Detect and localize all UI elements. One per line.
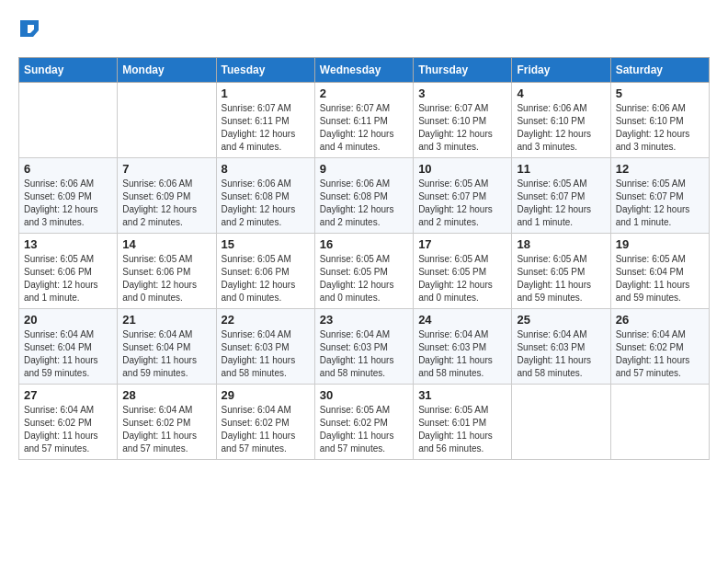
- day-info: Sunrise: 6:04 AM Sunset: 6:03 PM Dayligh…: [222, 328, 310, 380]
- day-info: Sunrise: 6:05 AM Sunset: 6:06 PM Dayligh…: [24, 253, 112, 304]
- calendar-cell: 12Sunrise: 6:05 AM Sunset: 6:07 PM Dayli…: [610, 158, 709, 234]
- day-info: Sunrise: 6:04 AM Sunset: 6:03 PM Dayligh…: [517, 328, 605, 380]
- day-number: 16: [320, 237, 408, 251]
- calendar-cell: 31Sunrise: 6:05 AM Sunset: 6:01 PM Dayli…: [414, 385, 512, 460]
- day-info: Sunrise: 6:06 AM Sunset: 6:08 PM Dayligh…: [320, 178, 408, 229]
- day-number: 11: [517, 162, 605, 176]
- calendar-weekday-header: Sunday: [19, 58, 118, 83]
- day-number: 2: [320, 86, 408, 100]
- calendar-cell: 6Sunrise: 6:06 AM Sunset: 6:09 PM Daylig…: [19, 158, 118, 234]
- calendar-weekday-header: Saturday: [610, 58, 709, 83]
- day-info: Sunrise: 6:04 AM Sunset: 6:02 PM Dayligh…: [616, 328, 704, 380]
- day-info: Sunrise: 6:06 AM Sunset: 6:09 PM Dayligh…: [122, 178, 210, 229]
- calendar-cell: 20Sunrise: 6:04 AM Sunset: 6:04 PM Dayli…: [19, 309, 118, 385]
- day-info: Sunrise: 6:06 AM Sunset: 6:09 PM Dayligh…: [24, 178, 112, 229]
- calendar-cell: [118, 83, 216, 158]
- calendar-weekday-header: Wednesday: [314, 58, 413, 83]
- calendar-cell: 21Sunrise: 6:04 AM Sunset: 6:04 PM Dayli…: [118, 309, 216, 385]
- calendar-week-row: 20Sunrise: 6:04 AM Sunset: 6:04 PM Dayli…: [19, 309, 710, 385]
- day-number: 31: [418, 388, 506, 402]
- day-number: 10: [418, 162, 506, 176]
- calendar-cell: 18Sunrise: 6:05 AM Sunset: 6:05 PM Dayli…: [512, 234, 610, 309]
- day-info: Sunrise: 6:04 AM Sunset: 6:02 PM Dayligh…: [24, 404, 112, 455]
- day-info: Sunrise: 6:05 AM Sunset: 6:07 PM Dayligh…: [517, 178, 605, 229]
- calendar-cell: 3Sunrise: 6:07 AM Sunset: 6:10 PM Daylig…: [414, 83, 512, 158]
- day-info: Sunrise: 6:07 AM Sunset: 6:11 PM Dayligh…: [222, 102, 310, 154]
- calendar-table: SundayMondayTuesdayWednesdayThursdayFrid…: [18, 57, 710, 460]
- day-info: Sunrise: 6:05 AM Sunset: 6:07 PM Dayligh…: [418, 178, 506, 229]
- logo: [18, 18, 39, 42]
- day-number: 25: [517, 313, 605, 327]
- day-info: Sunrise: 6:05 AM Sunset: 6:07 PM Dayligh…: [616, 178, 704, 229]
- day-number: 5: [616, 86, 704, 100]
- calendar-cell: 13Sunrise: 6:05 AM Sunset: 6:06 PM Dayli…: [19, 234, 118, 309]
- day-number: 7: [122, 162, 210, 176]
- calendar-cell: 8Sunrise: 6:06 AM Sunset: 6:08 PM Daylig…: [216, 158, 314, 234]
- day-info: Sunrise: 6:07 AM Sunset: 6:10 PM Dayligh…: [418, 102, 506, 154]
- day-number: 19: [616, 237, 704, 251]
- calendar-cell: 22Sunrise: 6:04 AM Sunset: 6:03 PM Dayli…: [216, 309, 314, 385]
- day-number: 6: [24, 162, 112, 176]
- calendar-cell: 14Sunrise: 6:05 AM Sunset: 6:06 PM Dayli…: [118, 234, 216, 309]
- day-info: Sunrise: 6:06 AM Sunset: 6:08 PM Dayligh…: [222, 178, 310, 229]
- day-info: Sunrise: 6:04 AM Sunset: 6:04 PM Dayligh…: [24, 328, 112, 380]
- day-number: 27: [24, 388, 112, 402]
- day-info: Sunrise: 6:05 AM Sunset: 6:02 PM Dayligh…: [320, 404, 408, 455]
- day-info: Sunrise: 6:05 AM Sunset: 6:06 PM Dayligh…: [222, 253, 310, 304]
- day-number: 28: [122, 388, 210, 402]
- day-info: Sunrise: 6:04 AM Sunset: 6:03 PM Dayligh…: [418, 328, 506, 380]
- day-info: Sunrise: 6:04 AM Sunset: 6:02 PM Dayligh…: [122, 404, 210, 455]
- day-info: Sunrise: 6:06 AM Sunset: 6:10 PM Dayligh…: [517, 102, 605, 154]
- day-number: 18: [517, 237, 605, 251]
- day-info: Sunrise: 6:04 AM Sunset: 6:03 PM Dayligh…: [320, 328, 408, 380]
- calendar-cell: 23Sunrise: 6:04 AM Sunset: 6:03 PM Dayli…: [314, 309, 413, 385]
- day-info: Sunrise: 6:05 AM Sunset: 6:05 PM Dayligh…: [320, 253, 408, 304]
- calendar-cell: 11Sunrise: 6:05 AM Sunset: 6:07 PM Dayli…: [512, 158, 610, 234]
- calendar-cell: 27Sunrise: 6:04 AM Sunset: 6:02 PM Dayli…: [19, 385, 118, 460]
- calendar-cell: 4Sunrise: 6:06 AM Sunset: 6:10 PM Daylig…: [512, 83, 610, 158]
- calendar-cell: 26Sunrise: 6:04 AM Sunset: 6:02 PM Dayli…: [610, 309, 709, 385]
- day-info: Sunrise: 6:06 AM Sunset: 6:10 PM Dayligh…: [616, 102, 704, 154]
- calendar-cell: 15Sunrise: 6:05 AM Sunset: 6:06 PM Dayli…: [216, 234, 314, 309]
- calendar-week-row: 1Sunrise: 6:07 AM Sunset: 6:11 PM Daylig…: [19, 83, 710, 158]
- day-number: 15: [222, 237, 310, 251]
- calendar-week-row: 13Sunrise: 6:05 AM Sunset: 6:06 PM Dayli…: [19, 234, 710, 309]
- calendar-week-row: 27Sunrise: 6:04 AM Sunset: 6:02 PM Dayli…: [19, 385, 710, 460]
- day-info: Sunrise: 6:04 AM Sunset: 6:02 PM Dayligh…: [222, 404, 310, 455]
- calendar-weekday-header: Monday: [118, 58, 216, 83]
- day-number: 14: [122, 237, 210, 251]
- day-number: 26: [616, 313, 704, 327]
- day-info: Sunrise: 6:05 AM Sunset: 6:04 PM Dayligh…: [616, 253, 704, 304]
- day-number: 23: [320, 313, 408, 327]
- calendar-week-row: 6Sunrise: 6:06 AM Sunset: 6:09 PM Daylig…: [19, 158, 710, 234]
- calendar-cell: 29Sunrise: 6:04 AM Sunset: 6:02 PM Dayli…: [216, 385, 314, 460]
- calendar-cell: 5Sunrise: 6:06 AM Sunset: 6:10 PM Daylig…: [610, 83, 709, 158]
- calendar-cell: 16Sunrise: 6:05 AM Sunset: 6:05 PM Dayli…: [314, 234, 413, 309]
- calendar-header-row: SundayMondayTuesdayWednesdayThursdayFrid…: [19, 58, 710, 83]
- day-number: 3: [418, 86, 506, 100]
- calendar-weekday-header: Tuesday: [216, 58, 314, 83]
- logo-arrow-icon: [20, 18, 39, 42]
- day-number: 8: [222, 162, 310, 176]
- calendar-cell: [512, 385, 610, 460]
- day-number: 29: [222, 388, 310, 402]
- day-info: Sunrise: 6:05 AM Sunset: 6:05 PM Dayligh…: [418, 253, 506, 304]
- day-number: 1: [222, 86, 310, 100]
- calendar-cell: 17Sunrise: 6:05 AM Sunset: 6:05 PM Dayli…: [414, 234, 512, 309]
- day-info: Sunrise: 6:04 AM Sunset: 6:04 PM Dayligh…: [122, 328, 210, 380]
- day-number: 24: [418, 313, 506, 327]
- day-info: Sunrise: 6:07 AM Sunset: 6:11 PM Dayligh…: [320, 102, 408, 154]
- calendar-cell: 7Sunrise: 6:06 AM Sunset: 6:09 PM Daylig…: [118, 158, 216, 234]
- day-number: 22: [222, 313, 310, 327]
- day-number: 20: [24, 313, 112, 327]
- calendar-cell: 2Sunrise: 6:07 AM Sunset: 6:11 PM Daylig…: [314, 83, 413, 158]
- calendar-cell: 19Sunrise: 6:05 AM Sunset: 6:04 PM Dayli…: [610, 234, 709, 309]
- day-number: 30: [320, 388, 408, 402]
- page-header: [18, 18, 710, 42]
- calendar-weekday-header: Friday: [512, 58, 610, 83]
- calendar-cell: 10Sunrise: 6:05 AM Sunset: 6:07 PM Dayli…: [414, 158, 512, 234]
- day-number: 13: [24, 237, 112, 251]
- calendar-weekday-header: Thursday: [414, 58, 512, 83]
- calendar-cell: 24Sunrise: 6:04 AM Sunset: 6:03 PM Dayli…: [414, 309, 512, 385]
- day-number: 9: [320, 162, 408, 176]
